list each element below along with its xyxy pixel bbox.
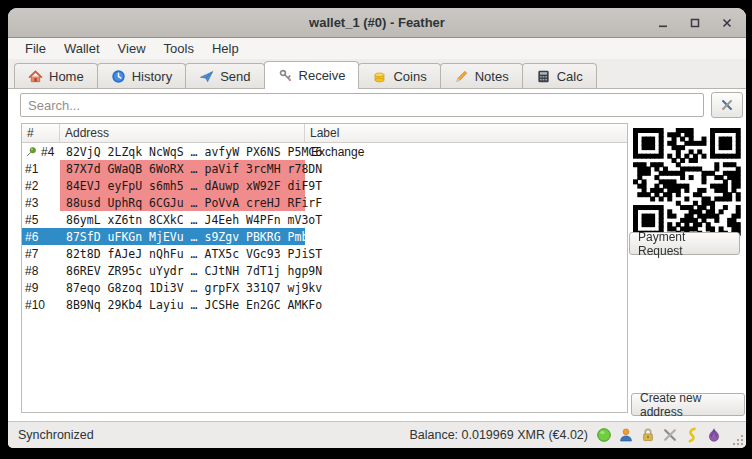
menu-help[interactable]: Help <box>203 40 248 57</box>
send-icon <box>199 69 214 84</box>
tab-label: Home <box>49 69 84 84</box>
row-number: #9 <box>25 281 38 295</box>
maximize-icon <box>689 17 701 29</box>
tab-label: Notes <box>475 69 509 84</box>
row-address: 8B9Nq 29Kb4 Layiu … JCSHe En2GC AMKFo <box>60 296 305 313</box>
row-label <box>305 194 627 211</box>
tab-bar: Home History Send Receive <box>8 59 746 89</box>
table-row[interactable]: #3 88usd UphRq 6CGJu … PoVvA creHJ RFirF <box>22 194 627 211</box>
table-row[interactable]: #6 87SfD uFKGn MjEVu … s9Zgv PBKRG Pmb89 <box>22 228 627 245</box>
search-input[interactable] <box>20 93 704 117</box>
tab-label: History <box>132 69 172 84</box>
menu-file[interactable]: File <box>16 40 55 57</box>
row-address: 82VjQ 2LZqk NcWqS … avfyW PX6NS P5MC6 <box>60 143 305 160</box>
tab-history[interactable]: History <box>97 63 186 88</box>
account-icon[interactable] <box>618 427 634 443</box>
payment-request-button[interactable]: Payment Request <box>629 232 740 255</box>
receive-icon <box>278 68 293 83</box>
row-label <box>305 177 627 194</box>
table-row[interactable]: #5 86ymL xZ6tn 8CXkC … J4Eeh W4PFn mV3oT <box>22 211 627 228</box>
address-table: # Address Label #4 82VjQ 2LZqk NcWqS … a… <box>21 123 628 413</box>
lock-icon[interactable] <box>640 427 656 443</box>
crossed-tools-icon <box>720 98 734 112</box>
window-title: wallet_1 (#0) - Feather <box>8 15 746 30</box>
table-row[interactable]: #8 86REV ZR95c uYydr … CJtNH 7dT1j hgp9N <box>22 262 627 279</box>
search-options-button[interactable] <box>711 92 743 118</box>
status-led-icon[interactable] <box>596 427 612 443</box>
home-icon <box>28 69 43 84</box>
column-header-num[interactable]: # <box>22 124 60 142</box>
column-header-address[interactable]: Address <box>60 124 305 142</box>
tab-notes[interactable]: Notes <box>440 63 523 88</box>
row-address: 87SfD uFKGn MjEVu … s9Zgv PBKRG Pmb89 <box>60 228 305 245</box>
receive-qr-code[interactable] <box>630 125 743 238</box>
row-address: 87X7d GWaQB 6WoRX … paVif 3rcMH r78DN <box>60 160 305 177</box>
tab-label: Receive <box>299 68 346 83</box>
row-number: #5 <box>25 213 38 227</box>
calculator-icon <box>536 69 551 84</box>
row-label <box>305 160 627 177</box>
table-row[interactable]: #10 8B9Nq 29Kb4 Layiu … JCSHe En2GC AMKF… <box>22 296 627 313</box>
row-number: #10 <box>25 298 45 312</box>
row-label <box>305 279 627 296</box>
close-button[interactable] <box>718 14 736 32</box>
tab-label: Calc <box>557 69 583 84</box>
row-label <box>305 296 627 313</box>
row-number: #8 <box>25 264 38 278</box>
tab-coins[interactable]: Coins <box>358 63 440 88</box>
table-row[interactable]: #2 84EVJ eyFpU s6mh5 … dAuwp xW92F diF9T <box>22 177 627 194</box>
menu-wallet[interactable]: Wallet <box>55 40 109 57</box>
menubar: File Wallet View Tools Help <box>8 38 746 59</box>
table-row[interactable]: #1 87X7d GWaQB 6WoRX … paVif 3rcMH r78DN <box>22 160 627 177</box>
pin-icon <box>25 145 38 158</box>
table-row[interactable]: #9 87eqo G8zoq 1Di3V … grpFX 331Q7 wj9kv <box>22 279 627 296</box>
row-address: 86ymL xZ6tn 8CXkC … J4Eeh W4PFn mV3oT <box>60 211 305 228</box>
menu-tools[interactable]: Tools <box>155 40 203 57</box>
row-number: #6 <box>25 230 38 244</box>
tab-calc[interactable]: Calc <box>522 63 597 88</box>
receive-page: # Address Label #4 82VjQ 2LZqk NcWqS … a… <box>8 89 746 421</box>
tab-label: Coins <box>393 69 426 84</box>
column-header-label[interactable]: Label <box>305 124 627 142</box>
coins-icon <box>372 69 387 84</box>
row-number: #1 <box>25 162 38 176</box>
menu-view[interactable]: View <box>109 40 155 57</box>
table-row[interactable]: #4 82VjQ 2LZqk NcWqS … avfyW PX6NS P5MC6… <box>22 143 627 160</box>
tools-icon[interactable] <box>662 427 678 443</box>
tab-label: Send <box>220 69 250 84</box>
row-label <box>305 262 627 279</box>
tab-send[interactable]: Send <box>185 63 264 88</box>
history-icon <box>111 69 126 84</box>
row-label: Exchange <box>305 143 627 160</box>
maximize-button[interactable] <box>686 14 704 32</box>
row-address: 86REV ZR95c uYydr … CJtNH 7dT1j hgp9N <box>60 262 305 279</box>
row-number: #3 <box>25 196 38 210</box>
seed-icon[interactable] <box>684 427 700 443</box>
tab-home[interactable]: Home <box>14 63 98 88</box>
tab-receive[interactable]: Receive <box>264 61 360 89</box>
feather-wallet-window: wallet_1 (#0) - Feather File Wallet View… <box>8 8 746 448</box>
table-header: # Address Label <box>22 124 627 143</box>
row-number: #4 <box>41 145 54 159</box>
row-number: #2 <box>25 179 38 193</box>
status-bar: Synchronized Balance: 0.019969 XMR (€4.0… <box>8 421 746 448</box>
tor-onion-icon[interactable] <box>706 427 722 443</box>
row-number: #7 <box>25 247 38 261</box>
resize-grip[interactable] <box>733 435 743 445</box>
row-label <box>305 245 627 262</box>
create-new-address-button[interactable]: Create new address <box>631 393 745 416</box>
balance-text: Balance: 0.019969 XMR (€4.02) <box>409 428 588 442</box>
row-address: 82t8D fAJeJ nQhFu … ATX5c VGc93 PJiST <box>60 245 305 262</box>
row-address: 84EVJ eyFpU s6mh5 … dAuwp xW92F diF9T <box>60 177 305 194</box>
close-icon <box>721 17 733 29</box>
minimize-button[interactable] <box>654 14 672 32</box>
row-label <box>305 211 627 228</box>
table-row[interactable]: #7 82t8D fAJeJ nQhFu … ATX5c VGc93 PJiST <box>22 245 627 262</box>
minimize-icon <box>657 17 669 29</box>
row-label <box>305 228 627 245</box>
address-table-body: #4 82VjQ 2LZqk NcWqS … avfyW PX6NS P5MC6… <box>22 143 627 412</box>
titlebar[interactable]: wallet_1 (#0) - Feather <box>8 8 746 38</box>
notes-icon <box>454 69 469 84</box>
sync-status: Synchronized <box>18 428 94 442</box>
row-address: 88usd UphRq 6CGJu … PoVvA creHJ RFirF <box>60 194 305 211</box>
